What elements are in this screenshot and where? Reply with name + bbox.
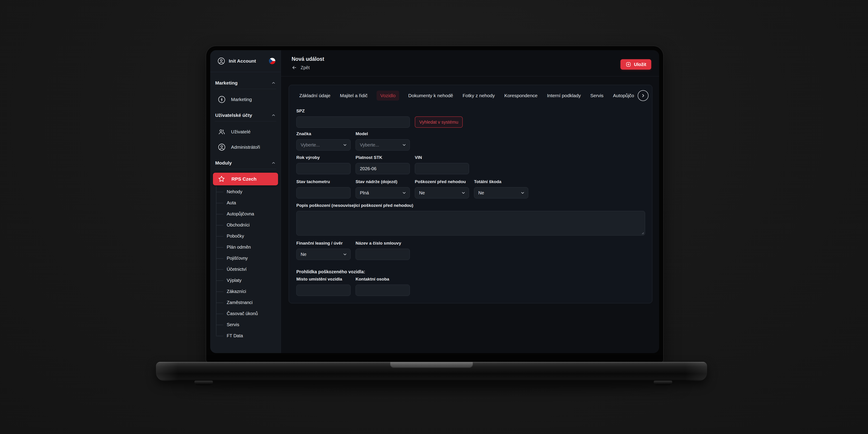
tree-item-label: Autopůjčovna xyxy=(227,211,254,217)
tree-item-label: Servis xyxy=(227,322,239,327)
main-content: Nová událost Zpět Uložit Základ xyxy=(281,50,659,353)
misto-input[interactable] xyxy=(296,285,350,296)
poskozeni-pred-label: Poškození před nehodou xyxy=(415,179,469,184)
sidebar-item-pobocky[interactable]: Pobočky xyxy=(210,230,281,242)
stav-tachometru-input[interactable] xyxy=(296,187,350,198)
spz-input[interactable] xyxy=(296,116,410,128)
totalni-skoda-label: Totální škoda xyxy=(474,179,528,184)
inspection-heading: Prohlídka poškozeného vozidla: xyxy=(296,269,365,274)
sidebar-item-obchodnici[interactable]: Obchodníci xyxy=(210,219,281,230)
leasing-select[interactable]: Ne xyxy=(296,249,350,260)
rok-vyroby-label: Rok výroby xyxy=(296,155,350,160)
year-stk-vin-row: Rok výroby Platnost STK VIN xyxy=(296,155,469,174)
sidebar-section-modules: Moduly xyxy=(215,160,276,169)
tab-vozidlo[interactable]: Vozidlo xyxy=(377,91,399,101)
sidebar-item-ucetnictvi[interactable]: Účetnictví xyxy=(210,264,281,275)
desktop-background: Init Account Marketing xyxy=(0,0,868,434)
brand-model-row: Značka Vyberte... Model Vyberte... xyxy=(296,131,410,151)
app-window: Init Account Marketing xyxy=(210,50,659,353)
tab-dokumenty-k-nehode[interactable]: Dokumenty k nehodě xyxy=(408,91,454,101)
section-header-user-accounts[interactable]: Uživatelské účty xyxy=(215,113,276,121)
tree-item-label: FT Data xyxy=(227,333,243,338)
sidebar: Init Account Marketing xyxy=(210,50,281,353)
sidebar-item-vyplaty[interactable]: Výplaty xyxy=(210,275,281,286)
back-button[interactable]: Zpět xyxy=(291,65,659,70)
resize-corner-icon[interactable] xyxy=(641,231,644,235)
model-label: Model xyxy=(355,131,410,136)
sidebar-item-marketing[interactable]: Marketing xyxy=(215,94,276,104)
tab-fotky-z-nehody[interactable]: Fotky z nehody xyxy=(462,91,495,101)
back-label: Zpět xyxy=(301,65,310,70)
spz-row: SPZ Vyhledat v systému xyxy=(296,108,463,128)
chevron-down-icon xyxy=(461,191,466,195)
tabs-scroll-right-button[interactable] xyxy=(638,90,649,101)
sidebar-item-users[interactable]: Uživatelé xyxy=(215,127,276,137)
section-label: Moduly xyxy=(215,160,232,166)
chevron-down-icon xyxy=(402,191,406,195)
laptop-notch xyxy=(390,362,473,368)
search-in-system-button[interactable]: Vyhledat v systému xyxy=(415,116,463,128)
account-name: Init Account xyxy=(229,58,266,64)
sidebar-item-ft-data[interactable]: FT Data xyxy=(210,330,281,341)
sidebar-item-label: Marketing xyxy=(231,97,252,102)
account-row[interactable]: Init Account xyxy=(210,50,281,72)
znacka-select[interactable]: Vyberte... xyxy=(296,139,350,151)
damage-description-row: Popis poškození (nesouvisející poškození… xyxy=(296,203,645,236)
sidebar-item-plan-odmen[interactable]: Plán odměn xyxy=(210,242,281,253)
star-icon xyxy=(217,175,225,183)
sidebar-item-casovac-ukonu[interactable]: Časovač úkonů xyxy=(210,308,281,319)
stav-nadrze-label: Stav nádrže (dojezd) xyxy=(355,179,410,184)
sidebar-item-administrators[interactable]: Administrátoři xyxy=(215,142,276,152)
znacka-label: Značka xyxy=(296,131,350,136)
tree-item-label: Výplaty xyxy=(227,278,242,283)
bolt-circle-icon xyxy=(218,96,225,103)
sidebar-item-autopujcovna[interactable]: Autopůjčovna xyxy=(210,209,281,219)
sidebar-item-zamestnanci[interactable]: Zaměstnanci xyxy=(210,297,281,308)
model-select[interactable]: Vyberte... xyxy=(355,139,410,151)
module-button-rps-czech[interactable]: RPS Czech xyxy=(213,173,278,185)
tab-korespondence[interactable]: Korespondence xyxy=(504,91,538,101)
rok-vyroby-input[interactable] xyxy=(296,163,350,174)
sidebar-item-servis[interactable]: Servis xyxy=(210,319,281,330)
save-button[interactable]: Uložit xyxy=(620,59,651,70)
section-header-modules[interactable]: Moduly xyxy=(215,160,276,169)
smlouva-input[interactable] xyxy=(355,249,410,260)
tab-interni-podklady[interactable]: Interní podklady xyxy=(547,91,581,101)
tree-item-label: Auta xyxy=(227,200,236,206)
tree-item-label: Zaměstnanci xyxy=(227,300,253,305)
totalni-skoda-select[interactable]: Ne xyxy=(474,187,528,198)
kontakt-input[interactable] xyxy=(355,285,410,296)
tab-autopujcovna[interactable]: Autopůjčovna xyxy=(613,91,634,101)
tab-majitel-a-ridic[interactable]: Majitel a řidič xyxy=(340,91,368,101)
laptop-shadow xyxy=(179,385,685,391)
znacka-select-value: Vyberte... xyxy=(301,143,346,148)
section-label: Uživatelské účty xyxy=(215,113,252,118)
tab-zakladni-udaje[interactable]: Základní údaje xyxy=(299,91,331,101)
page-title: Nová událost xyxy=(291,56,659,62)
sidebar-item-zakaznici[interactable]: Zákazníci xyxy=(210,286,281,297)
platnost-stk-input[interactable] xyxy=(355,163,410,174)
leasing-row: Finanční leasing / úvěr Ne Název a číslo… xyxy=(296,241,410,260)
stav-nadrze-select-value: Plná xyxy=(360,190,405,195)
condition-row: Stav tachometru Stav nádrže (dojezd) Pln… xyxy=(296,179,528,198)
platnost-stk-label: Platnost STK xyxy=(355,155,410,160)
language-flag-icon[interactable] xyxy=(269,58,275,64)
stav-nadrze-select[interactable]: Plná xyxy=(355,187,410,198)
popis-poskozeni-textarea[interactable] xyxy=(296,211,645,236)
tree-item-label: Obchodníci xyxy=(227,222,250,228)
module-button-label: RPS Czech xyxy=(231,176,256,182)
sidebar-item-auta[interactable]: Auta xyxy=(210,197,281,209)
chevron-up-icon xyxy=(271,161,276,165)
chevron-down-icon xyxy=(343,252,347,256)
stav-tachometru-label: Stav tachometru xyxy=(296,179,350,184)
vin-input[interactable] xyxy=(415,163,469,174)
sidebar-item-nehody[interactable]: Nehody xyxy=(210,186,281,197)
section-header-marketing[interactable]: Marketing xyxy=(215,80,276,89)
chevron-down-icon xyxy=(520,191,525,195)
sidebar-item-pojistovny[interactable]: Pojišťovny xyxy=(210,253,281,264)
users-icon xyxy=(218,128,225,135)
tab-servis[interactable]: Servis xyxy=(590,91,604,101)
tree-item-label: Pojišťovny xyxy=(227,256,248,261)
sidebar-item-label: Administrátoři xyxy=(231,145,260,150)
poskozeni-pred-select[interactable]: Ne xyxy=(415,187,469,198)
